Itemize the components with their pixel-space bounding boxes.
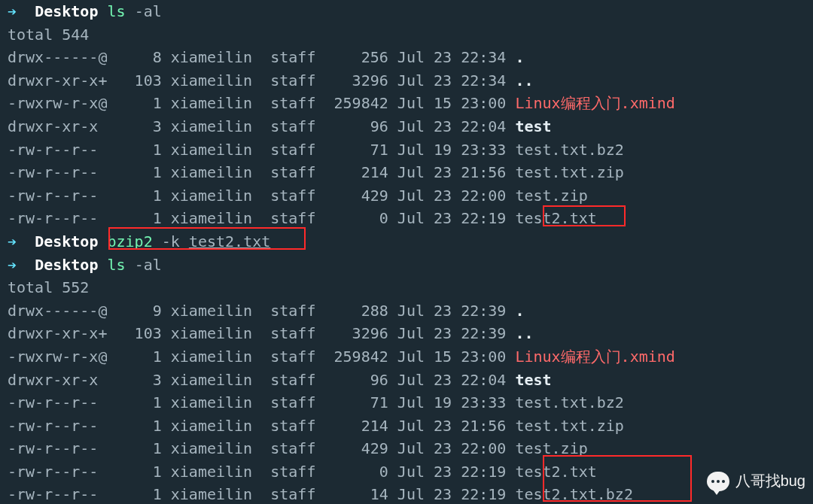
file-name: test [515,371,551,389]
prompt-path: Desktop [35,2,98,20]
prompt-path: Desktop [35,232,98,250]
flag: -al [135,2,162,20]
file-name: .. [515,324,533,342]
file-name: test.txt.zip [515,163,624,181]
file-name: test2.txt [515,209,596,227]
command: ls [107,256,125,274]
file-name: test.zip [515,439,587,457]
file-name: . [515,302,524,320]
flag: -k [162,232,180,250]
prompt-arrow-icon: ➔ [8,232,17,250]
file-name: test [515,117,551,135]
file-name: test2.txt [515,463,596,481]
file-name: test2.txt.bz2 [515,485,633,503]
wechat-icon [707,472,729,491]
file-name: Linux编程入门.xmind [515,348,674,366]
flag: -al [135,256,162,274]
prompt-path: Desktop [35,256,98,274]
prompt-arrow-icon: ➔ [8,256,17,274]
argument: test2.txt [189,232,270,250]
file-name: . [515,48,524,66]
command: ls [107,2,125,20]
file-name: test.txt.bz2 [515,141,624,159]
file-name: test.txt.bz2 [515,393,624,411]
terminal-output[interactable]: ➔ Desktop ls -al total 544 drwx------@ 8… [0,0,813,504]
file-name: Linux编程入门.xmind [515,94,674,112]
file-name: .. [515,71,533,90]
watermark-text: 八哥找bug [735,469,805,493]
file-name: test.zip [515,187,587,205]
command: bzip2 [107,232,152,250]
file-name: test.txt.zip [515,417,624,435]
prompt-arrow-icon: ➔ [8,2,17,20]
watermark: 八哥找bug [707,469,805,493]
